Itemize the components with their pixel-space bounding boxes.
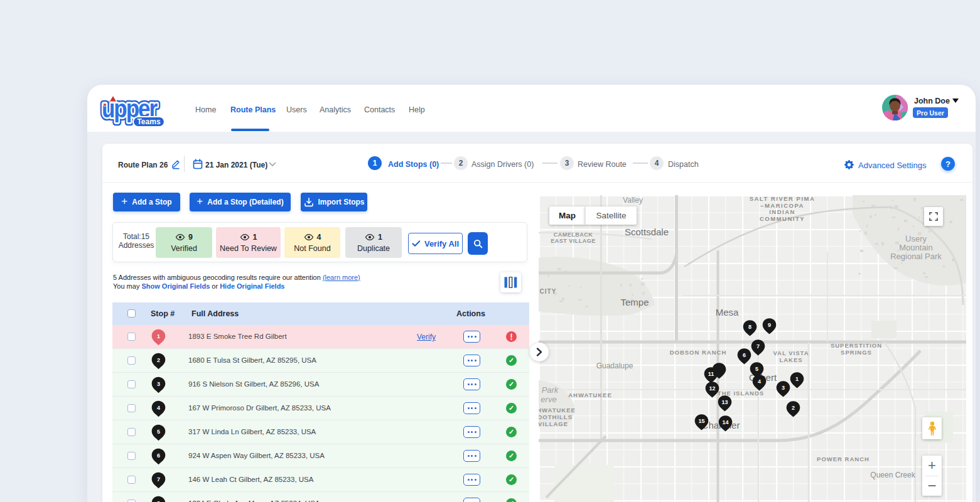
- svg-text:VAL VISTA: VAL VISTA: [773, 350, 809, 356]
- svg-text:15: 15: [698, 418, 704, 424]
- svg-text:erve: erve: [541, 395, 556, 404]
- svg-text:2: 2: [157, 357, 160, 363]
- svg-text:5: 5: [157, 429, 160, 435]
- svg-text:7: 7: [157, 476, 160, 483]
- svg-text:–MARICOPA: –MARICOPA: [760, 202, 804, 209]
- svg-text:Usery: Usery: [905, 234, 927, 243]
- svg-text:CITY: CITY: [540, 288, 557, 295]
- svg-text:COMMUNITY: COMMUNITY: [760, 215, 805, 222]
- svg-text:CAMELBACK: CAMELBACK: [554, 232, 593, 238]
- svg-text:Valley: Valley: [623, 196, 643, 205]
- svg-text:6: 6: [743, 352, 746, 358]
- svg-text:1: 1: [795, 376, 799, 382]
- svg-text:7: 7: [757, 343, 760, 350]
- svg-text:Tempe: Tempe: [620, 297, 649, 307]
- svg-text:13: 13: [721, 399, 728, 405]
- svg-text:POWER RANCH: POWER RANCH: [817, 456, 870, 462]
- svg-text:6: 6: [157, 452, 160, 459]
- svg-text:4: 4: [758, 378, 761, 385]
- svg-text:Regional Park: Regional Park: [890, 252, 942, 261]
- svg-text:Teams: Teams: [137, 117, 160, 126]
- svg-text:12: 12: [709, 385, 715, 392]
- svg-text:INDIAN: INDIAN: [769, 208, 795, 215]
- svg-text:5: 5: [755, 366, 758, 372]
- svg-text:Queen Creek: Queen Creek: [870, 471, 915, 479]
- svg-text:2: 2: [792, 405, 795, 411]
- svg-text:Park: Park: [542, 385, 559, 395]
- svg-text:Mountain: Mountain: [899, 243, 932, 252]
- svg-text:OOTHILLS: OOTHILLS: [539, 414, 573, 420]
- svg-text:1: 1: [157, 333, 160, 339]
- svg-text:DOBSON RANCH: DOBSON RANCH: [670, 349, 727, 356]
- svg-text:AHWATUKEE: AHWATUKEE: [568, 392, 612, 398]
- svg-text:EAST VILLAGE: EAST VILLAGE: [551, 238, 596, 244]
- svg-text:3: 3: [157, 381, 160, 387]
- svg-text:9: 9: [768, 322, 771, 328]
- svg-text:Mesa: Mesa: [716, 307, 739, 318]
- svg-text:8: 8: [748, 324, 751, 330]
- svg-text:11: 11: [708, 371, 714, 377]
- svg-text:8: 8: [157, 500, 160, 502]
- svg-text:3: 3: [782, 385, 785, 391]
- svg-text:SALT RIVER PIMA: SALT RIVER PIMA: [750, 195, 816, 202]
- svg-text:VILLAGE: VILLAGE: [539, 420, 568, 427]
- svg-text:SPRINGS: SPRINGS: [841, 349, 872, 356]
- svg-text:SUPERSTITION: SUPERSTITION: [831, 342, 882, 349]
- svg-text:14: 14: [722, 419, 728, 425]
- svg-text:LAKES: LAKES: [779, 356, 802, 363]
- svg-text:Guadalupe: Guadalupe: [596, 361, 633, 370]
- svg-text:HWATUKEE: HWATUKEE: [539, 407, 576, 414]
- svg-text:Scottsdale: Scottsdale: [625, 227, 669, 237]
- svg-text:4: 4: [157, 405, 160, 411]
